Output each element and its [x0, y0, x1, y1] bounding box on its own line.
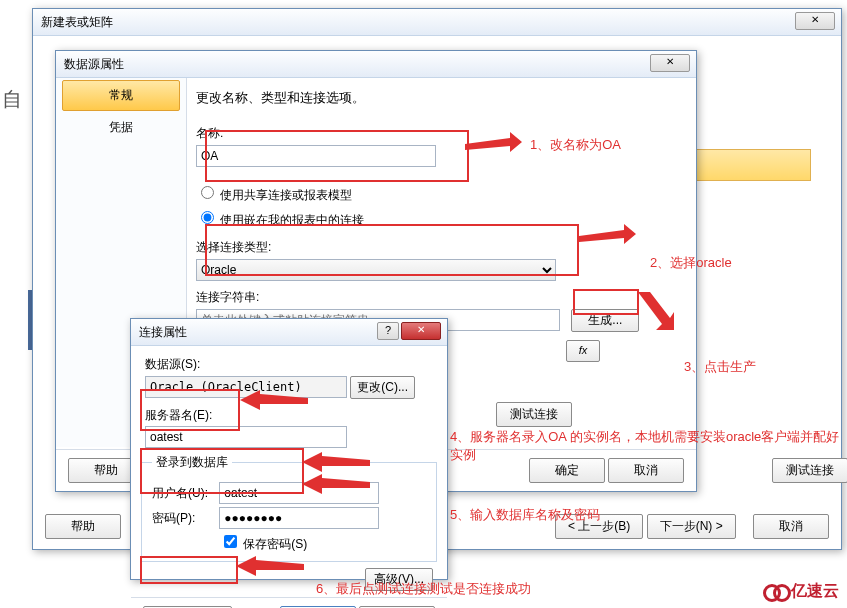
logo: 亿速云 — [763, 581, 839, 602]
ds-cancel-button[interactable]: 取消 — [608, 458, 684, 483]
logo-icon — [763, 582, 791, 602]
radio-embedded[interactable] — [201, 211, 214, 224]
close-icon[interactable]: ✕ — [650, 54, 690, 72]
pwd-input[interactable] — [219, 507, 379, 529]
radio-embedded-label: 使用嵌在我的报表中的连接 — [220, 213, 364, 227]
wizard-titlebar: 新建表或矩阵 ✕ — [33, 9, 841, 36]
help-icon[interactable]: ? — [377, 322, 399, 340]
login-legend: 登录到数据库 — [152, 454, 232, 471]
sidebar-item-credentials[interactable]: 凭据 — [56, 113, 186, 142]
test-conn-button[interactable]: 测试连接 — [496, 402, 572, 427]
save-pwd-checkbox[interactable] — [224, 535, 237, 548]
prev-button[interactable]: < 上一步(B) — [555, 514, 643, 539]
ds-heading: 更改名称、类型和连接选项。 — [196, 89, 680, 107]
close-icon[interactable]: ✕ — [401, 322, 441, 340]
build-button[interactable]: 生成... — [571, 309, 639, 332]
ds-title: 数据源属性 — [64, 57, 124, 71]
conn-type-select[interactable]: Oracle — [196, 259, 556, 281]
ds-label: 数据源(S): — [145, 356, 433, 373]
conn-props-window: 连接属性 ? ✕ 数据源(S): 更改(C)... 服务器名(E): 登录到数据… — [130, 318, 448, 580]
user-input[interactable] — [219, 482, 379, 504]
server-label: 服务器名(E): — [145, 407, 433, 424]
cp-title: 连接属性 — [139, 325, 187, 339]
bg-text: 自 — [2, 86, 22, 113]
radio-shared-label: 使用共享连接或报表模型 — [220, 188, 352, 202]
pwd-label: 密码(P): — [152, 510, 216, 527]
logo-text: 亿速云 — [791, 582, 839, 599]
next-button[interactable]: 下一步(N) > — [647, 514, 736, 539]
ds-value — [145, 376, 347, 398]
ds-ok-button[interactable]: 确定 — [529, 458, 605, 483]
advanced-button[interactable]: 高级(V)... — [365, 568, 433, 591]
cp-titlebar: 连接属性 ? ✕ — [131, 319, 447, 346]
close-icon[interactable]: ✕ — [795, 12, 835, 30]
change-button[interactable]: 更改(C)... — [350, 376, 415, 399]
login-group: 登录到数据库 用户名(U): 密码(P): 保存密码(S) — [141, 454, 437, 562]
user-label: 用户名(U): — [152, 485, 216, 502]
conn-type-label: 选择连接类型: — [196, 239, 680, 256]
conn-str-label: 连接字符串: — [196, 289, 680, 306]
save-pwd-label: 保存密码(S) — [243, 537, 307, 551]
fx-button[interactable]: fx — [566, 340, 600, 362]
test-conn-button-bg[interactable]: 测试连接 — [772, 458, 847, 483]
server-input[interactable] — [145, 426, 347, 448]
radio-shared[interactable] — [201, 186, 214, 199]
help-button[interactable]: 帮助 — [45, 514, 121, 539]
ds-titlebar: 数据源属性 ✕ — [56, 51, 696, 78]
cancel-button[interactable]: 取消 — [753, 514, 829, 539]
name-label: 名称: — [196, 125, 680, 142]
wizard-title: 新建表或矩阵 — [41, 15, 113, 29]
name-input[interactable] — [196, 145, 436, 167]
sidebar-item-general[interactable]: 常规 — [62, 80, 180, 111]
wizard-highlight — [679, 149, 811, 181]
